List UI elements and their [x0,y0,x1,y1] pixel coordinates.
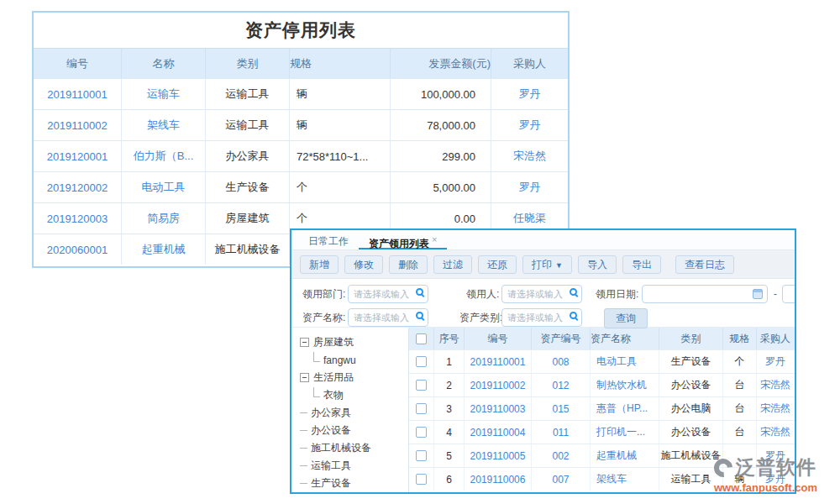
asset-name-link[interactable]: 电动工具 [122,172,206,202]
watermark-url: www.fanpusoft.com [714,481,840,494]
asset-category: 生产设备 [206,172,290,202]
row-checkbox[interactable] [416,450,427,461]
asset-number-link[interactable]: 2019120001 [34,141,122,171]
edit-button[interactable]: 修改 [344,255,383,274]
asset-name-link[interactable]: 惠普（HP... [591,397,659,420]
col-header-spec: 规格 [290,49,391,78]
restore-button[interactable]: 还原 [478,255,517,274]
asset-number-link[interactable]: 2019120002 [34,172,122,202]
code-link[interactable]: 2019110002 [465,374,532,396]
col-header-spec: 规格 [723,328,757,349]
asset-name-link[interactable]: 电动工具 [591,350,659,373]
tree-node[interactable]: 生活用品 [300,369,408,386]
date-to-wrap [782,285,796,303]
tree-node[interactable]: 房屋建筑 [300,333,408,351]
buyer-link[interactable]: 罗丹 [491,79,568,109]
asset-no-link[interactable]: 015 [532,397,591,420]
asset-category-field-wrap [501,308,582,327]
tree-node[interactable]: 生产设备 [300,475,408,492]
asset-name-link[interactable]: 制热饮水机 [591,374,659,396]
asset-name-link[interactable]: 起重机械 [591,444,659,467]
buyer-link[interactable]: 罗丹 [491,172,568,202]
tree-node[interactable]: 办公家具 [300,404,408,422]
asset-no-link[interactable]: 011 [532,421,591,444]
buyer-link[interactable]: 罗丹 [491,110,568,140]
row-checkbox[interactable] [416,403,427,414]
row-checkbox[interactable] [416,380,427,391]
tab-asset-requisition-list[interactable]: 资产领用列表× [359,230,447,249]
search-icon[interactable] [570,312,577,319]
table-row: 2 2019110002 012 制热饮水机 办公设备 台 宋浩然 [409,373,795,396]
tree-node[interactable]: 运输工具 [300,457,408,475]
collapse-icon[interactable] [300,338,309,347]
code-link[interactable]: 2019110001 [465,350,532,373]
export-button[interactable]: 导出 [622,255,661,274]
buyer-link[interactable]: 宋浩然 [757,374,794,396]
calendar-icon[interactable] [753,289,763,299]
search-icon[interactable] [416,312,423,319]
watermark-brand: 泛普软件 [736,454,816,480]
tree-node[interactable]: 施工机械设备 [300,439,408,457]
asset-number-link[interactable]: 2020060001 [34,234,122,265]
code-link[interactable]: 2019110004 [465,421,532,444]
asset-name-link[interactable]: 伯力斯（B... [122,141,206,171]
row-checkbox[interactable] [416,474,427,485]
table-row: 4 2019110004 011 打印机一... 办公设备 台 宋浩然 [409,420,795,444]
table-row: 2019110001 运输车 运输工具 辆 100,000.00 罗丹 [34,78,568,109]
collapse-icon[interactable] [300,373,309,382]
tree-connector [300,448,307,449]
search-icon[interactable] [570,288,577,296]
user-field-wrap [501,285,582,303]
code-link[interactable]: 2019110006 [465,468,532,491]
category: 办公电脑 [659,397,723,420]
view-log-button[interactable]: 查看日志 [675,255,734,274]
date-to-input[interactable] [782,285,796,303]
asset-name-link[interactable]: 打印机一... [591,421,659,444]
delete-button[interactable]: 删除 [389,255,428,274]
buyer-link[interactable]: 宋浩然 [757,421,794,444]
buyer-link[interactable]: 宋浩然 [757,397,794,420]
date-from-input[interactable] [642,285,768,303]
row-checkbox[interactable] [416,356,427,367]
seq: 3 [434,397,465,420]
seq: 2 [434,374,465,396]
seq: 6 [434,468,465,491]
col-header-category: 类别 [659,328,723,349]
filter-button[interactable]: 过滤 [433,255,472,274]
tab-daily-work[interactable]: 日常工作 [298,230,359,249]
asset-name-link[interactable]: 运输车 [122,79,206,109]
search-icon[interactable] [416,288,423,296]
tree-node[interactable]: 办公设备 [300,422,408,439]
select-all-checkbox[interactable] [416,333,427,344]
query-button[interactable]: 查询 [604,308,648,328]
row-checkbox[interactable] [416,427,427,438]
asset-number-link[interactable]: 2019120003 [34,203,122,234]
dept-field-wrap [348,285,428,303]
add-button[interactable]: 新增 [300,255,339,274]
asset-spec: 辆 [290,79,391,109]
asset-no-link[interactable]: 008 [532,350,591,373]
import-button[interactable]: 导入 [578,255,617,274]
asset-name-link[interactable]: 架线车 [122,110,206,140]
tab-close-icon[interactable]: × [432,234,437,244]
asset-number-link[interactable]: 2019110001 [34,79,122,109]
code-link[interactable]: 2019110003 [465,397,532,420]
invoice-amount: 100,000.00 [391,79,491,109]
tree-node[interactable]: fangwu [300,351,408,369]
buyer-link[interactable]: 宋浩然 [491,141,568,171]
asset-name-link[interactable]: 起重机械 [122,234,206,265]
asset-name-link[interactable]: 简易房 [122,203,206,234]
print-button[interactable]: 打印▼ [522,255,572,274]
buyer-link[interactable]: 罗丹 [757,350,794,373]
asset-no-link[interactable]: 012 [532,374,591,396]
category: 生产设备 [659,350,723,373]
asset-no-link[interactable]: 007 [532,468,591,491]
asset-name-link[interactable]: 架线车 [591,468,659,491]
asset-name-field-wrap [348,308,428,327]
invoice-amount: 78,000.00 [391,110,491,140]
code-link[interactable]: 2019110005 [465,444,532,467]
asset-number-link[interactable]: 2019110002 [34,110,122,140]
tree-node[interactable]: 衣物 [300,386,408,404]
tree-connector [300,465,307,466]
asset-no-link[interactable]: 002 [532,444,591,467]
